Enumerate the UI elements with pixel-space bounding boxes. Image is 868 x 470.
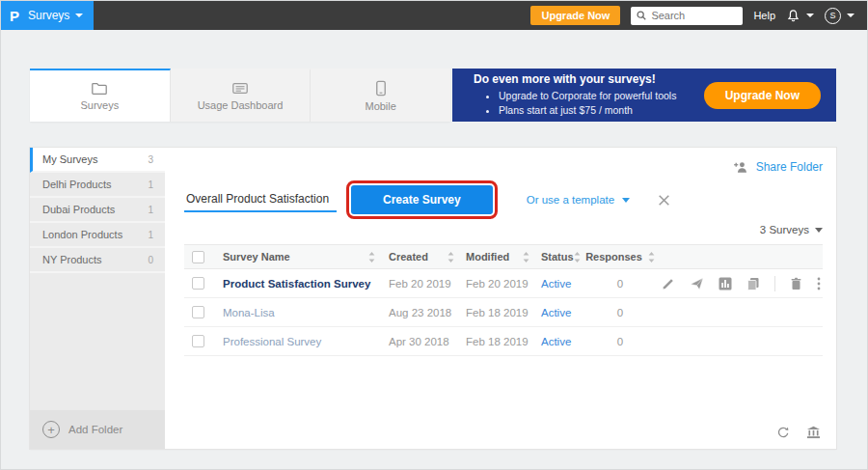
created-date: Apr 30 2018	[389, 336, 449, 347]
product-menu[interactable]: P Surveys	[1, 1, 94, 30]
folder-content: Share Folder Create Survey Or use a temp…	[165, 148, 836, 449]
send-icon[interactable]	[690, 277, 704, 290]
banner-bullet: Plans start at just $75 / month	[499, 103, 676, 118]
folder-label: NY Products	[42, 254, 102, 265]
tab-label: Usage Dashboard	[198, 99, 284, 111]
tabs: Surveys Usage Dashboard Mobile	[30, 69, 450, 122]
banner-upgrade-button[interactable]: Upgrade Now	[704, 82, 821, 109]
folder-label: Dubai Products	[42, 204, 115, 215]
bell-icon	[786, 9, 800, 23]
row-checkbox[interactable]	[192, 335, 204, 347]
edit-icon[interactable]	[662, 277, 675, 290]
sort-icon[interactable]	[448, 252, 454, 263]
search-input[interactable]	[651, 10, 738, 21]
banner-title: Do even more with your surveys!	[474, 72, 676, 86]
topbar-right: Upgrade Now Help S	[530, 6, 867, 25]
folder-label: Delhi Products	[42, 179, 112, 190]
tabs-banner-row: Surveys Usage Dashboard Mobile Do even m…	[30, 69, 836, 122]
survey-name-link[interactable]: Professional Survey	[223, 336, 321, 347]
actions-divider	[774, 276, 775, 291]
mobile-icon	[375, 80, 387, 97]
chevron-down-icon	[75, 14, 83, 17]
search-icon	[636, 10, 647, 21]
sort-icon[interactable]	[368, 252, 375, 263]
create-survey-button[interactable]: Create Survey	[351, 185, 493, 214]
product-menu-label: Surveys	[28, 9, 69, 22]
banner-text: Do even more with your surveys! Upgrade …	[474, 72, 676, 118]
share-folder-link[interactable]: Share Folder	[756, 160, 823, 174]
table-row: Professional Survey Apr 30 2018 Feb 18 2…	[184, 327, 823, 356]
banner-bullet: Upgrade to Corporate for powerful tools	[499, 89, 676, 103]
restore-icon[interactable]	[775, 427, 790, 439]
survey-name-link[interactable]: Mona-Lisa	[223, 307, 275, 318]
folder-count: 1	[148, 205, 153, 215]
survey-name-link[interactable]: Product Satisfaction Survey	[223, 278, 370, 290]
sidebar-item-london-products[interactable]: London Products 1	[30, 223, 165, 248]
status-link[interactable]: Active	[541, 307, 571, 318]
row-checkbox[interactable]	[192, 277, 204, 290]
close-icon[interactable]	[657, 193, 671, 207]
row-actions	[657, 276, 823, 291]
created-date: Aug 23 2018	[389, 307, 451, 318]
responses-count: 0	[617, 336, 623, 347]
use-template-label: Or use a template	[527, 194, 614, 206]
upgrade-now-button[interactable]: Upgrade Now	[530, 6, 620, 25]
header-created: Created	[389, 251, 428, 263]
archive-bank-icon[interactable]	[806, 426, 821, 439]
tab-label: Mobile	[365, 100, 395, 112]
row-checkbox[interactable]	[192, 306, 204, 318]
sidebar-item-ny-products[interactable]: NY Products 0	[30, 248, 165, 273]
folder-count: 0	[148, 255, 153, 265]
chevron-down-icon	[806, 14, 814, 17]
status-link[interactable]: Active	[541, 278, 571, 290]
sort-icon[interactable]	[523, 252, 529, 263]
header-status: Status	[541, 251, 574, 263]
table-row: Product Satisfaction Survey Feb 20 2019 …	[184, 269, 823, 298]
tab-label: Surveys	[80, 99, 119, 111]
folder-icon	[91, 81, 108, 96]
folder-label: London Products	[42, 229, 122, 240]
responses-count: 0	[617, 278, 623, 290]
sidebar-item-delhi-products[interactable]: Delhi Products 1	[30, 173, 165, 198]
banner-bullets: Upgrade to Corporate for powerful tools …	[499, 89, 676, 118]
plus-circle-icon: +	[42, 421, 60, 438]
sidebar-item-dubai-products[interactable]: Dubai Products 1	[30, 198, 165, 223]
folder-count: 3	[148, 154, 153, 165]
delete-icon[interactable]	[790, 277, 802, 290]
survey-name-input[interactable]	[184, 187, 337, 212]
folder-label: My Surveys	[42, 153, 97, 165]
tab-surveys[interactable]: Surveys	[30, 69, 171, 122]
account-menu[interactable]: S	[825, 8, 854, 24]
select-all-checkbox[interactable]	[192, 251, 204, 263]
folders-sidebar: My Surveys 3 Delhi Products 1 Dubai Prod…	[30, 148, 165, 449]
share-row: Share Folder	[184, 153, 823, 180]
surveys-count-dropdown[interactable]: 3 Surveys	[184, 219, 823, 240]
created-date: Feb 20 2019	[389, 278, 451, 290]
tab-usage-dashboard[interactable]: Usage Dashboard	[171, 69, 312, 122]
tab-mobile[interactable]: Mobile	[311, 69, 450, 122]
header-responses: Responses	[585, 251, 642, 263]
status-link[interactable]: Active	[541, 336, 571, 347]
analytics-icon[interactable]	[719, 277, 732, 290]
chevron-down-icon	[622, 198, 630, 203]
more-icon[interactable]	[817, 277, 821, 290]
notifications-menu[interactable]	[786, 9, 814, 23]
responses-count: 0	[617, 307, 623, 318]
help-link[interactable]: Help	[753, 10, 775, 21]
search-box[interactable]	[631, 7, 743, 25]
copy-icon[interactable]	[746, 277, 760, 290]
modified-date: Feb 18 2019	[466, 307, 529, 318]
sort-icon[interactable]	[574, 252, 581, 263]
sort-icon[interactable]	[648, 252, 655, 263]
modified-date: Feb 20 2019	[466, 278, 529, 290]
table-header: Survey Name Created Modified Status Resp…	[184, 244, 823, 269]
sidebar-item-my-surveys[interactable]: My Surveys 3	[30, 148, 165, 173]
add-folder-button[interactable]: + Add Folder	[30, 410, 165, 449]
use-template-dropdown[interactable]: Or use a template	[527, 194, 630, 206]
avatar: S	[825, 8, 841, 24]
share-person-icon	[733, 160, 749, 174]
questionpro-logo: P	[10, 9, 19, 23]
modified-date: Feb 18 2019	[466, 336, 529, 347]
folder-count: 1	[148, 180, 153, 190]
table-row: Mona-Lisa Aug 23 2018 Feb 18 2019 Active…	[184, 298, 823, 327]
